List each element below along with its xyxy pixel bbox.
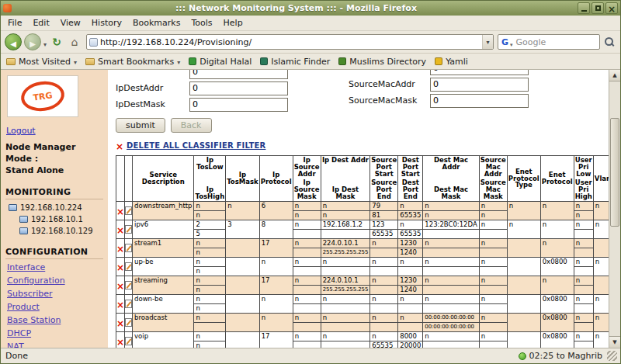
logout-link[interactable]: Logout — [6, 126, 36, 136]
form-field-row — [116, 70, 349, 80]
text-input[interactable] — [189, 70, 288, 79]
delete-row-icon[interactable] — [116, 203, 124, 218]
scroll-up-button[interactable] — [609, 70, 620, 81]
back-button[interactable] — [5, 33, 22, 50]
submit-button[interactable]: submit — [116, 118, 165, 133]
tree-node[interactable]: 192.168.10.1 — [16, 213, 103, 225]
maximize-button[interactable] — [592, 2, 604, 14]
trg-logo: TRG — [7, 75, 78, 117]
sidebar-item-subscriber[interactable]: Subscriber — [7, 289, 103, 299]
delete-row-icon[interactable] — [116, 259, 124, 274]
delete-row-icon[interactable] — [116, 222, 124, 237]
form-field-row: IpDestAddr — [116, 80, 349, 96]
sidebar-item-interface[interactable]: Interface — [7, 262, 103, 272]
edit-row-icon[interactable] — [125, 337, 132, 345]
cell-destmac-mask — [423, 304, 479, 314]
tree-node[interactable]: 192.168.10.129 — [16, 225, 103, 237]
edit-row-icon[interactable] — [125, 244, 132, 252]
browser-content: TRG Logout Node Manager Mode : Stand Alo… — [1, 70, 620, 348]
cell-enetprot: n — [540, 220, 574, 239]
search-magnifier-icon[interactable] — [604, 36, 615, 47]
delete-row-icon[interactable] — [116, 315, 124, 330]
text-input[interactable] — [189, 81, 288, 95]
cell-tos: n — [194, 314, 226, 323]
cell-srcmac-mask — [479, 267, 507, 276]
forward-button[interactable] — [24, 33, 41, 50]
page-main: IpDestAddrIpDestMask SourceMacAddrSource… — [108, 70, 609, 348]
menu-edit[interactable]: Edit — [27, 16, 54, 30]
close-button[interactable] — [605, 2, 618, 14]
sidebar-item-base-station[interactable]: Base Station — [7, 315, 103, 325]
cell-userpri: n — [574, 239, 593, 248]
delete-row-icon[interactable] — [116, 334, 124, 348]
cell-srcport-mask — [370, 304, 398, 314]
search-input[interactable]: Google — [513, 37, 599, 47]
minimize-button[interactable] — [578, 2, 590, 14]
sidebar-item-nat[interactable]: NAT — [7, 341, 103, 348]
cell-srcmac: n — [479, 332, 507, 341]
scroll-down-button[interactable] — [609, 336, 620, 348]
cell-tos: n — [194, 332, 226, 341]
cell-vlanid: n — [593, 332, 609, 348]
text-input[interactable] — [430, 70, 529, 75]
edit-row-icon[interactable] — [125, 206, 132, 215]
field-label: SourceMacMask — [349, 95, 430, 106]
column-header-tosmask: Ip TosMask — [226, 156, 259, 202]
cell-tos: n — [194, 202, 226, 211]
home-button[interactable] — [67, 36, 82, 47]
bookmark-digital-halal[interactable]: Digital Halal — [189, 57, 252, 67]
service-description-cell: voip — [133, 332, 194, 348]
bookmark-most-visited[interactable]: Most Visited — [6, 57, 77, 67]
delete-all-x-icon[interactable] — [116, 138, 123, 153]
prayer-time-widget[interactable]: 02:25 to Maghrib — [519, 351, 602, 361]
menu-help[interactable]: Help — [218, 16, 248, 30]
delete-row-icon[interactable] — [116, 296, 124, 311]
scrollbar-thumb[interactable] — [610, 118, 619, 227]
edit-row-icon[interactable] — [125, 281, 132, 289]
text-input[interactable] — [430, 78, 529, 92]
tree-node[interactable]: 192.168.10.224 — [5, 202, 103, 213]
cell-enetprot: 0x0800 — [540, 258, 574, 276]
sidebar-item-dhcp[interactable]: DHCP — [7, 328, 103, 338]
sidebar-item-configuration[interactable]: Configuration — [7, 276, 103, 286]
cell-ipsource-mask — [293, 304, 321, 314]
bookmark-yamli[interactable]: Yamli — [435, 57, 468, 67]
cell-srcport: 79 — [370, 202, 398, 211]
history-dropdown-icon[interactable] — [43, 35, 47, 50]
back-button-form[interactable]: Back — [171, 118, 212, 133]
bookmark-islamic-finder[interactable]: Islamic Finder — [260, 57, 330, 67]
delete-row-icon[interactable] — [116, 241, 124, 255]
menu-history[interactable]: History — [86, 16, 127, 30]
menu-file[interactable]: File — [2, 16, 27, 30]
edit-row-icon[interactable] — [125, 318, 132, 327]
text-input[interactable] — [430, 94, 529, 108]
menu-tools[interactable]: Tools — [186, 16, 217, 30]
sidebar-item-product[interactable]: Product — [7, 302, 103, 312]
resize-grip[interactable] — [607, 351, 617, 361]
url-dropdown-button[interactable] — [482, 35, 493, 49]
folder-icon — [6, 58, 16, 65]
form-buttons: submit Back — [116, 113, 605, 136]
bookmark-muslims-directory[interactable]: Muslims Directory — [338, 57, 426, 67]
edit-row-icon[interactable] — [125, 300, 132, 308]
text-input[interactable] — [189, 98, 288, 112]
cell-srcmac-mask — [479, 248, 507, 258]
edit-row-icon[interactable] — [125, 262, 132, 271]
bookmark-smart-bookmarks[interactable]: Smart Bookmarks — [85, 57, 180, 67]
refresh-button[interactable] — [49, 36, 64, 47]
search-bar[interactable]: Google — [498, 34, 600, 50]
menu-view[interactable]: View — [55, 16, 86, 30]
header-bottom-label: Ip Source Mask — [294, 179, 320, 200]
url-bar[interactable]: http://192.168.10.224/Provisioning/ — [86, 34, 494, 50]
delete-all-link[interactable]: DELETE ALL CLASSIFIER FILTER — [127, 141, 265, 150]
cell-tos: n — [194, 239, 226, 248]
column-header-destmac: Dest Mac AddrDest Mac Mask — [423, 156, 479, 202]
menu-bookmarks[interactable]: Bookmarks — [127, 16, 186, 30]
edit-row-icon[interactable] — [125, 225, 132, 234]
vertical-scrollbar[interactable] — [609, 70, 620, 348]
url-text[interactable]: http://192.168.10.224/Provisioning/ — [100, 37, 482, 47]
cell-srcport: n — [370, 258, 398, 267]
delete-row-icon[interactable] — [116, 278, 124, 293]
cell-ipdest: 224.0.10.1 — [321, 239, 370, 248]
cell-userpri-mask — [574, 323, 593, 332]
